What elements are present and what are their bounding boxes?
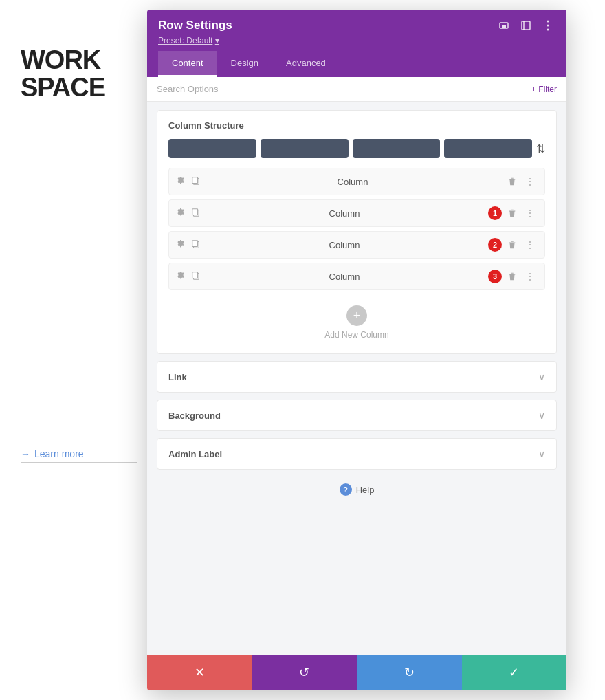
learn-more-link[interactable]: → Learn more xyxy=(21,448,84,459)
undo-button[interactable]: ↺ xyxy=(252,655,358,690)
col-structure-btn-3[interactable] xyxy=(353,139,441,158)
add-column-label: Add New Column xyxy=(324,330,388,340)
svg-rect-1 xyxy=(502,25,506,28)
svg-rect-8 xyxy=(192,177,198,183)
cancel-button[interactable]: ✕ xyxy=(147,655,252,690)
filter-button[interactable]: + Filter xyxy=(531,85,557,94)
admin-label-section-title: Admin Label xyxy=(168,449,222,459)
modal-footer: ✕ ↺ ↻ ✓ xyxy=(147,655,566,690)
col-row-4-icons xyxy=(176,271,201,283)
col-row-2-actions: 1 ⋮ xyxy=(488,206,538,221)
more-icon[interactable]: ⋮ xyxy=(522,206,538,221)
learn-more-arrow: → xyxy=(21,448,30,459)
trash-icon[interactable] xyxy=(505,237,520,252)
link-chevron-icon: ∨ xyxy=(538,371,545,382)
copy-icon[interactable] xyxy=(191,176,201,188)
background-section: Background ∨ xyxy=(157,400,557,431)
col-row-3-label: Column xyxy=(201,240,488,250)
add-column-icon: + xyxy=(346,305,367,326)
svg-rect-12 xyxy=(192,240,198,246)
col-structure-btn-1[interactable] xyxy=(168,139,256,158)
more-icon[interactable]: ⋮ xyxy=(522,237,538,252)
gear-icon[interactable] xyxy=(176,208,186,219)
svg-rect-2 xyxy=(522,21,530,30)
col-row-4-actions: 3 ⋮ xyxy=(488,269,538,284)
help-section[interactable]: ? Help xyxy=(147,470,566,510)
workspace-logo: WORKSPACE xyxy=(21,47,105,102)
save-icon: ✓ xyxy=(509,665,519,680)
more-icon[interactable]: ⋮ xyxy=(522,174,538,189)
gear-icon[interactable] xyxy=(176,176,186,188)
col-row-2-icons xyxy=(176,208,201,219)
help-icon: ? xyxy=(340,483,352,496)
link-section: Link ∨ xyxy=(157,361,557,393)
svg-point-5 xyxy=(547,25,549,27)
admin-label-chevron-icon: ∨ xyxy=(538,448,545,459)
save-button[interactable]: ✓ xyxy=(462,655,567,690)
link-section-title: Link xyxy=(168,372,187,382)
modal-body: Search Options + Filter Column Structure… xyxy=(147,77,566,655)
svg-rect-14 xyxy=(192,272,198,278)
tab-design[interactable]: Design xyxy=(217,51,272,77)
svg-point-4 xyxy=(547,21,549,23)
col-structure-btn-2[interactable] xyxy=(261,139,349,158)
background-section-title: Background xyxy=(168,411,221,421)
search-bar: Search Options + Filter xyxy=(147,77,566,102)
trash-icon[interactable] xyxy=(505,269,520,284)
trash-icon[interactable] xyxy=(505,206,520,221)
column-structure-section: Column Structure ⇅ Colu xyxy=(157,110,557,354)
col-row-3-icons xyxy=(176,239,201,251)
col-row-1-icons xyxy=(176,176,201,188)
col-row-4-label: Column xyxy=(201,272,488,282)
table-row: Column ⋮ xyxy=(168,168,545,195)
more-options-icon[interactable] xyxy=(540,18,556,33)
column-structure-selector: ⇅ xyxy=(168,139,545,158)
modal-tabs: Content Design Advanced xyxy=(158,51,556,77)
redo-icon: ↻ xyxy=(404,665,415,680)
gear-icon[interactable] xyxy=(176,239,186,251)
copy-icon[interactable] xyxy=(191,208,201,219)
copy-icon[interactable] xyxy=(191,239,201,251)
help-label: Help xyxy=(356,485,375,495)
redo-button[interactable]: ↻ xyxy=(357,655,462,690)
background-section-header[interactable]: Background ∨ xyxy=(157,400,556,430)
learn-more-divider xyxy=(21,462,138,463)
learn-more-label: Learn more xyxy=(34,448,84,459)
col-row-3-actions: 2 ⋮ xyxy=(488,237,538,252)
link-section-header[interactable]: Link ∨ xyxy=(157,362,556,392)
modal-title: Row Settings xyxy=(158,19,232,32)
expand-icon[interactable] xyxy=(518,18,534,33)
row-settings-modal: Row Settings xyxy=(147,10,566,690)
cancel-icon: ✕ xyxy=(195,665,205,680)
table-row: Column 2 ⋮ xyxy=(168,231,545,259)
search-placeholder: Search Options xyxy=(157,84,219,94)
gear-icon[interactable] xyxy=(176,271,186,283)
badge-2: 2 xyxy=(488,238,502,252)
tab-content[interactable]: Content xyxy=(158,51,217,77)
badge-3: 3 xyxy=(488,270,502,283)
add-new-column-button[interactable]: + Add New Column xyxy=(168,294,545,344)
trash-icon[interactable] xyxy=(505,174,520,189)
undo-icon: ↺ xyxy=(299,665,309,680)
modal-preset[interactable]: Preset: Default ▾ xyxy=(158,36,556,45)
section-title-column-structure: Column Structure xyxy=(168,120,545,131)
col-structure-btn-4[interactable] xyxy=(444,139,532,158)
responsive-icon[interactable] xyxy=(496,18,512,33)
modal-header-top: Row Settings xyxy=(158,18,556,33)
table-row: Column 1 ⋮ xyxy=(168,199,545,227)
badge-1: 1 xyxy=(488,206,502,220)
background-chevron-icon: ∨ xyxy=(538,410,545,421)
admin-label-section-header[interactable]: Admin Label ∨ xyxy=(157,439,556,469)
table-row: Column 3 ⋮ xyxy=(168,263,545,290)
col-row-2-label: Column xyxy=(201,208,488,219)
admin-label-section: Admin Label ∨ xyxy=(157,438,557,470)
modal-header-icons xyxy=(496,18,556,33)
svg-point-6 xyxy=(547,29,549,31)
tab-advanced[interactable]: Advanced xyxy=(272,51,340,77)
col-row-1-label: Column xyxy=(201,177,505,187)
svg-rect-10 xyxy=(192,208,198,215)
modal-header: Row Settings xyxy=(147,10,566,77)
more-icon[interactable]: ⋮ xyxy=(522,269,538,284)
copy-icon[interactable] xyxy=(191,271,201,283)
col-structure-arrows-icon[interactable]: ⇅ xyxy=(536,142,545,155)
